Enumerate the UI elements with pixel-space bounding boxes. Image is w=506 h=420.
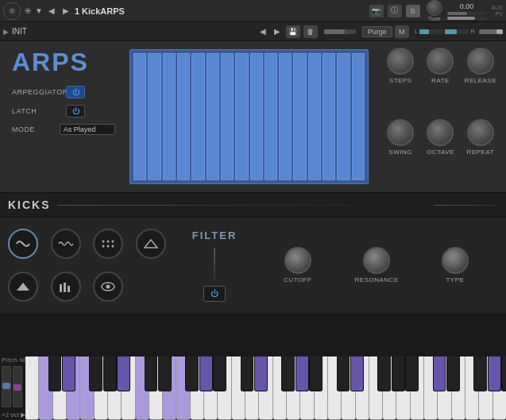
- white-key-2[interactable]: [39, 356, 52, 420]
- arp-step-8[interactable]: [235, 53, 248, 180]
- arp-step-14[interactable]: [323, 53, 335, 180]
- arp-step-10[interactable]: [265, 53, 277, 180]
- svg-point-2: [112, 241, 114, 243]
- white-key-12[interactable]: [176, 356, 190, 420]
- white-key-7[interactable]: [108, 356, 122, 420]
- white-key-29[interactable]: [411, 356, 424, 420]
- arp-step-11[interactable]: [279, 53, 292, 180]
- s-btn[interactable]: S: [406, 5, 420, 17]
- white-key-19[interactable]: [273, 356, 287, 420]
- steps-knob[interactable]: [387, 48, 414, 75]
- repeat-knob[interactable]: [467, 119, 494, 146]
- white-key-26[interactable]: [369, 356, 383, 420]
- arp-step-15[interactable]: [337, 53, 350, 180]
- arp-step-3[interactable]: [163, 53, 176, 180]
- octave-knob[interactable]: [427, 119, 454, 146]
- delete-icon-btn[interactable]: 🗑: [303, 25, 318, 38]
- filter-icon-eye[interactable]: [93, 272, 123, 302]
- save-icon-btn[interactable]: 💾: [286, 25, 300, 38]
- filter-icon-wave[interactable]: [8, 229, 38, 259]
- nav-prev-arrow[interactable]: ◀: [46, 5, 57, 17]
- camera-icon-btn[interactable]: 📷: [369, 5, 384, 17]
- arpeggiator-toggle[interactable]: ⏻: [66, 86, 85, 98]
- arp-step-2[interactable]: [148, 53, 160, 180]
- filter-icon-triangle[interactable]: [136, 229, 166, 259]
- mode-row: MODE As Played Up Down Up/Down Random: [12, 124, 115, 135]
- rate-knob[interactable]: [427, 48, 454, 75]
- mod-slider[interactable]: [13, 366, 22, 407]
- type-knob[interactable]: [442, 247, 469, 274]
- white-key-14[interactable]: [204, 356, 218, 420]
- arp-grid[interactable]: [129, 49, 369, 184]
- white-key-20[interactable]: [287, 356, 300, 420]
- white-key-6[interactable]: [95, 356, 108, 420]
- white-key-22[interactable]: [315, 356, 328, 420]
- white-key-1[interactable]: [25, 356, 39, 420]
- filter-power-btn[interactable]: ⏻: [203, 286, 226, 302]
- arp-step-16[interactable]: [352, 53, 365, 180]
- white-key-11[interactable]: [163, 356, 176, 420]
- white-key-31[interactable]: [438, 356, 451, 420]
- arp-step-12[interactable]: [293, 53, 306, 180]
- white-key-28[interactable]: [396, 356, 410, 420]
- white-key-32[interactable]: [452, 356, 465, 420]
- white-key-9[interactable]: [136, 356, 149, 420]
- white-key-25[interactable]: [356, 356, 369, 420]
- white-key-34[interactable]: [479, 356, 492, 420]
- white-key-10[interactable]: [149, 356, 163, 420]
- repeat-label: REPEAT: [467, 148, 494, 156]
- white-key-15[interactable]: [218, 356, 231, 420]
- m-btn[interactable]: M: [395, 25, 409, 38]
- release-label: RELEASE: [465, 77, 496, 84]
- expand-icon[interactable]: ▶: [3, 28, 9, 36]
- filter-icon-wave2[interactable]: [51, 229, 81, 259]
- preset-next[interactable]: ▶: [272, 25, 283, 37]
- arp-grid-container: [123, 41, 375, 192]
- arp-step-1[interactable]: [133, 53, 146, 180]
- white-key-35[interactable]: [493, 356, 506, 420]
- arp-step-4[interactable]: [177, 53, 190, 180]
- second-bar: ▶ INIT ◀ ▶ 💾 🗑 Purge M L R: [0, 22, 506, 41]
- nav-next-arrow[interactable]: ▶: [60, 5, 71, 17]
- white-key-13[interactable]: [191, 356, 204, 420]
- top-bar-icons: 📷 ⓘ S: [369, 5, 420, 17]
- white-key-24[interactable]: [342, 356, 355, 420]
- arp-step-13[interactable]: [308, 53, 321, 180]
- octave-knob-group: OCTAVE: [423, 119, 458, 156]
- pitch-slider[interactable]: [2, 366, 11, 407]
- latch-toggle[interactable]: ⏻: [66, 105, 85, 118]
- cutoff-knob[interactable]: [284, 247, 311, 274]
- resonance-knob[interactable]: [363, 247, 390, 274]
- white-key-4[interactable]: [67, 356, 80, 420]
- white-key-23[interactable]: [328, 356, 342, 420]
- white-key-16[interactable]: [232, 356, 245, 420]
- swing-knob[interactable]: [387, 119, 414, 146]
- level-indicator: [324, 29, 356, 34]
- tune-knob[interactable]: [427, 0, 442, 16]
- white-key-33[interactable]: [465, 356, 479, 420]
- filter-icon-bars[interactable]: [51, 272, 81, 302]
- white-key-5[interactable]: [80, 356, 94, 420]
- filter-icon-dots[interactable]: [93, 229, 123, 259]
- release-knob[interactable]: [467, 48, 494, 75]
- white-key-17[interactable]: [245, 356, 259, 420]
- preset-prev[interactable]: ◀: [257, 25, 268, 37]
- arp-step-6[interactable]: [207, 53, 219, 180]
- svg-point-4: [107, 245, 110, 248]
- mode-select[interactable]: As Played Up Down Up/Down Random: [60, 124, 115, 135]
- info-icon-btn[interactable]: ⓘ: [388, 5, 402, 17]
- arp-step-9[interactable]: [250, 53, 263, 180]
- keyboard[interactable]: [25, 356, 506, 420]
- white-key-3[interactable]: [53, 356, 67, 420]
- power-icon: ⏻: [72, 88, 79, 96]
- filter-icon-triangle-filled[interactable]: [8, 272, 38, 302]
- arp-step-5[interactable]: [191, 53, 204, 180]
- white-key-27[interactable]: [383, 356, 396, 420]
- purge-button[interactable]: Purge: [362, 26, 392, 37]
- volume-slider[interactable]: [479, 29, 503, 34]
- white-key-21[interactable]: [300, 356, 314, 420]
- arp-step-7[interactable]: [221, 53, 234, 180]
- white-key-30[interactable]: [424, 356, 438, 420]
- white-key-18[interactable]: [259, 356, 272, 420]
- white-key-8[interactable]: [122, 356, 135, 420]
